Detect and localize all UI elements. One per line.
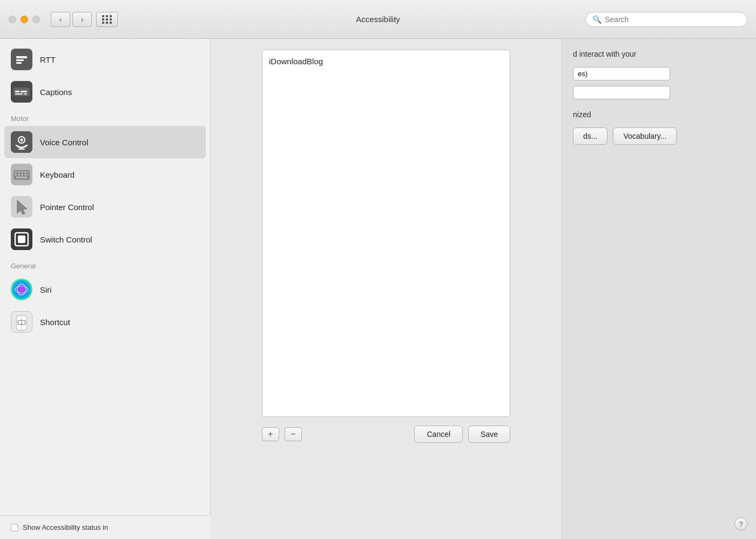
grid-button[interactable] bbox=[96, 12, 118, 27]
shortcut-icon bbox=[11, 311, 32, 333]
svg-rect-1 bbox=[16, 56, 27, 58]
svg-rect-6 bbox=[15, 91, 19, 92]
minimize-button[interactable] bbox=[21, 16, 28, 23]
search-input[interactable] bbox=[605, 15, 740, 24]
switch-control-icon bbox=[11, 228, 32, 250]
search-bar[interactable]: 🔍 bbox=[585, 12, 747, 27]
sidebar-item-captions[interactable]: Captions bbox=[0, 76, 210, 108]
svg-rect-9 bbox=[24, 93, 27, 95]
titlebar: ‹ › Accessibility 🔍 bbox=[0, 0, 756, 39]
keyboard-icon bbox=[11, 164, 32, 185]
window-title: Accessibility bbox=[356, 15, 400, 24]
vocabulary-text-area[interactable]: iDownloadBlog bbox=[262, 50, 510, 417]
svg-rect-20 bbox=[24, 171, 26, 173]
main-container: RTT Captions Motor bbox=[0, 39, 756, 539]
words-button[interactable]: ds... bbox=[573, 127, 608, 145]
close-button[interactable] bbox=[9, 16, 16, 23]
svg-rect-25 bbox=[24, 174, 26, 176]
save-button[interactable]: Save bbox=[468, 426, 510, 443]
recognized-text: nized bbox=[573, 110, 745, 119]
remove-button[interactable]: − bbox=[285, 427, 302, 441]
svg-point-12 bbox=[21, 139, 23, 142]
bottom-buttons: + − Cancel Save bbox=[262, 426, 510, 443]
svg-rect-7 bbox=[21, 91, 27, 92]
svg-rect-21 bbox=[28, 171, 29, 173]
sidebar-item-pointer-control[interactable]: Pointer Control bbox=[0, 191, 210, 223]
cancel-button[interactable]: Cancel bbox=[414, 426, 463, 443]
grid-icon bbox=[102, 15, 112, 24]
vocabulary-button[interactable]: Vocabulary... bbox=[613, 127, 677, 145]
dropdown-select-2[interactable] bbox=[573, 86, 670, 99]
text-area-content: iDownloadBlog bbox=[269, 57, 323, 66]
right-description: d interact with your bbox=[573, 50, 745, 58]
svg-rect-23 bbox=[18, 174, 20, 176]
svg-rect-19 bbox=[21, 171, 23, 173]
sidebar-item-siri[interactable]: Siri bbox=[0, 273, 210, 306]
dropdown-row-2 bbox=[573, 86, 745, 99]
sidebar-item-shortcut[interactable]: Shortcut bbox=[0, 306, 210, 338]
search-icon: 🔍 bbox=[592, 15, 602, 24]
section-motor: Motor bbox=[0, 108, 210, 126]
pointer-control-label: Pointer Control bbox=[40, 203, 94, 212]
help-button[interactable]: ? bbox=[734, 517, 747, 530]
sidebar-item-voice-control[interactable]: Voice Control bbox=[4, 126, 206, 158]
section-general: General bbox=[0, 255, 210, 273]
shortcut-label: Shortcut bbox=[40, 318, 70, 327]
dropdown-row-1: es) bbox=[573, 67, 745, 80]
dropdown-select-1[interactable]: es) bbox=[573, 67, 670, 80]
svg-rect-32 bbox=[18, 235, 25, 243]
right-bottom-buttons: ds... Vocabulary... bbox=[573, 127, 745, 145]
svg-rect-24 bbox=[21, 174, 23, 176]
captions-icon bbox=[11, 81, 32, 103]
keyboard-label: Keyboard bbox=[40, 170, 75, 179]
accessibility-status-checkbox[interactable] bbox=[11, 524, 18, 531]
siri-icon bbox=[11, 279, 32, 300]
pointer-control-icon bbox=[11, 196, 32, 218]
traffic-lights bbox=[9, 16, 40, 23]
sidebar-item-rtt[interactable]: RTT bbox=[0, 43, 210, 76]
maximize-button[interactable] bbox=[32, 16, 40, 23]
accessibility-status-label: Show Accessibility status in bbox=[23, 523, 108, 531]
sidebar-item-switch-control[interactable]: Switch Control bbox=[0, 223, 210, 255]
back-button[interactable]: ‹ bbox=[51, 12, 70, 27]
svg-rect-27 bbox=[16, 177, 27, 178]
svg-rect-8 bbox=[15, 93, 23, 95]
rtt-icon bbox=[11, 49, 32, 70]
svg-rect-26 bbox=[28, 174, 29, 176]
voice-control-icon bbox=[11, 131, 32, 153]
voice-control-label: Voice Control bbox=[40, 138, 88, 147]
svg-rect-3 bbox=[16, 62, 22, 64]
svg-rect-22 bbox=[15, 174, 17, 176]
sidebar-bottom: Show Accessibility status in bbox=[0, 515, 211, 539]
svg-rect-18 bbox=[18, 171, 20, 173]
sidebar-item-keyboard[interactable]: Keyboard bbox=[0, 158, 210, 191]
nav-buttons: ‹ › bbox=[51, 12, 118, 27]
middle-panel: iDownloadBlog + − Cancel Save bbox=[211, 39, 562, 539]
sidebar: RTT Captions Motor bbox=[0, 39, 211, 539]
right-panel: d interact with your es) nized ds... Voc… bbox=[562, 39, 756, 539]
rtt-label: RTT bbox=[40, 55, 56, 64]
svg-rect-2 bbox=[16, 59, 24, 61]
forward-button[interactable]: › bbox=[72, 12, 92, 27]
svg-point-33 bbox=[11, 279, 32, 300]
switch-control-label: Switch Control bbox=[40, 235, 92, 244]
add-button[interactable]: + bbox=[262, 427, 279, 441]
sidebar-scroll: RTT Captions Motor bbox=[0, 39, 210, 338]
captions-label: Captions bbox=[40, 87, 72, 97]
svg-rect-17 bbox=[15, 171, 17, 173]
siri-label: Siri bbox=[40, 285, 52, 294]
